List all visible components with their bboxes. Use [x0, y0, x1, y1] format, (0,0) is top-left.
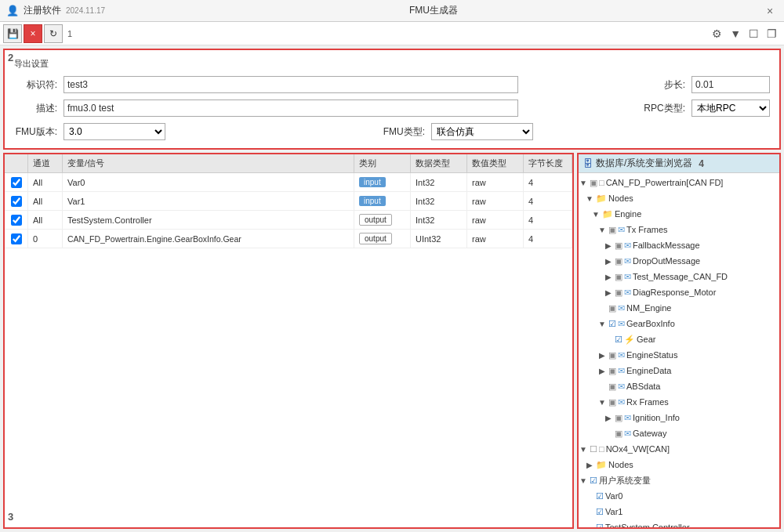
tree-item-diag[interactable]: ▶ ▣ ✉ DiagResponse_Motor	[604, 284, 779, 300]
tree-item-gateway[interactable]: ▣ ✉ Gateway	[604, 425, 779, 441]
tree-item-test-msg[interactable]: ▶ ▣ ✉ Test_Message_CAN_FD	[604, 269, 779, 284]
icon-diag-check: ▣	[615, 288, 622, 298]
db-tree: ▼ ▣ □ CAN_FD_Powertrain[CAN FD] ▼ 📁 Node…	[579, 173, 779, 527]
tree-item-dropout[interactable]: ▶ ▣ ✉ DropOutMessage	[604, 253, 779, 269]
section3-label: 3	[8, 511, 13, 523]
export-settings-title: 导出设置	[14, 58, 770, 70]
toolbar-right-actions: ⚙ ▼ ☐ ❐	[710, 26, 779, 42]
row3-category: output	[354, 230, 411, 248]
fmu-version-label: FMU版本:	[14, 125, 57, 139]
label-nox4: NOx4_VW[CAN]	[606, 444, 670, 454]
filter-icon[interactable]: ▼	[728, 26, 743, 42]
channel-panel: 3 通道 变量/信号 类别 数据类型 数值类型 字节长度 Al	[3, 153, 574, 529]
close-button[interactable]: ×	[24, 24, 42, 43]
row2-category: output	[354, 211, 411, 229]
form-row-fmu: FMU版本: 3.0 FMU类型: 联合仿真	[14, 123, 770, 140]
section4-label: 4	[699, 158, 704, 169]
tree-item-nox4[interactable]: ▼ ☐ □ NOx4_VW[CAN]	[579, 441, 779, 457]
icon-dropout: ▣	[615, 256, 622, 266]
rpc-type-select[interactable]: 本地RPC	[691, 100, 770, 117]
tree-item-nodes[interactable]: ▼ 📁 Nodes	[585, 190, 779, 206]
main-area: 导出设置 2 标识符: 步长: 描述: RPC类型: 本地RPC	[0, 45, 784, 532]
window-close-button[interactable]: ×	[762, 3, 778, 19]
step-input[interactable]	[691, 76, 770, 93]
icon-can-fd: □	[599, 178, 604, 187]
tree-item-var0[interactable]: ☑ Var0	[585, 488, 779, 504]
icon-test-msg-check: ▣	[615, 272, 622, 282]
row1-checkbox[interactable]	[11, 196, 22, 207]
icon-var1-check: ☑	[596, 507, 604, 517]
tree-item-fallback[interactable]: ▶ ▣ ✉ FallbackMessage	[604, 237, 779, 253]
row3-channel: 0	[28, 230, 63, 248]
tree-item-enginestatus[interactable]: ▶ ▣ ✉ EngineStatus	[597, 347, 779, 363]
arrow-ed: ▶	[597, 367, 607, 375]
db-title: 数据库/系统变量浏览器	[596, 157, 692, 170]
icon-var0-check: ☑	[596, 491, 604, 501]
label-diag: DiagResponse_Motor	[633, 288, 716, 297]
icon-ctrl-check: ☑	[596, 523, 604, 528]
row0-checkbox[interactable]	[11, 177, 22, 188]
arrow-es: ▶	[597, 351, 607, 360]
tree-item-nox4-nodes[interactable]: ▶ 📁 Nodes	[585, 457, 779, 472]
icon-gw-msg: ✉	[624, 429, 631, 439]
window-icon[interactable]: ☐	[746, 26, 761, 42]
tree-item-enginedata[interactable]: ▶ ▣ ✉ EngineData	[597, 363, 779, 378]
desc-input[interactable]	[64, 100, 518, 117]
row2-category-badge: output	[359, 214, 392, 226]
icon-nox4-check: ☐	[590, 444, 597, 454]
row0-bytelength: 4	[524, 173, 572, 191]
tree-item-gearboxinfo[interactable]: ▼ ☑ ✉ GearBoxInfo	[597, 316, 779, 331]
label-test-msg: Test_Message_CAN_FD	[633, 272, 728, 281]
tree-item-absdata[interactable]: ▣ ✉ ABSdata	[597, 378, 779, 394]
arrow-uv: ▼	[579, 476, 588, 485]
tree-item-nm-engine[interactable]: ▣ ✉ NM_Engine	[597, 300, 779, 316]
arrow-tx-frames: ▼	[597, 226, 607, 234]
tree-item-controller[interactable]: ☑ TestSystem.Controller	[585, 519, 779, 527]
th-bytelength: 字节长度	[524, 154, 572, 172]
row1-datatype: Int32	[411, 192, 467, 210]
row3-checkbox[interactable]	[11, 233, 22, 244]
tree-item-user-vars[interactable]: ▼ ☑ 用户系统变量	[579, 472, 779, 488]
save-button[interactable]: 💾	[3, 24, 22, 43]
identifier-input[interactable]	[64, 76, 518, 93]
row2-signal: TestSystem.Controller	[63, 211, 354, 229]
icon-engine-folder: 📁	[602, 209, 613, 219]
settings-icon[interactable]: ⚙	[710, 26, 724, 42]
label-gearboxinfo: GearBoxInfo	[626, 319, 675, 328]
label-enginedata: EngineData	[626, 366, 672, 375]
arrow-ign: ▶	[604, 414, 613, 422]
tree-item-var1[interactable]: ☑ Var1	[585, 504, 779, 519]
tree-item-can-fd-powertrain[interactable]: ▼ ▣ □ CAN_FD_Powertrain[CAN FD]	[579, 175, 779, 190]
tree-item-tx-frames[interactable]: ▼ ▣ ✉ Tx Frames	[597, 222, 779, 237]
row3-category-badge: output	[359, 233, 392, 244]
expand-icon[interactable]: ❐	[764, 26, 779, 42]
label-dropout: DropOutMessage	[633, 256, 700, 266]
title-bar: 👤 注册软件 2024.11.17 FMU生成器 ×	[0, 0, 784, 22]
window-title: FMU生成器	[409, 4, 458, 17]
arrow-gearbox: ▼	[597, 320, 607, 328]
icon-test-msg: ✉	[624, 272, 631, 282]
row2-checkbox[interactable]	[11, 215, 22, 226]
icon-abs-check: ▣	[608, 382, 616, 392]
table-body: All Var0 input Int32 raw 4 All Var1	[5, 173, 572, 527]
row1-category: input	[354, 192, 411, 210]
desc-label: 描述:	[14, 102, 57, 115]
fmu-version-select[interactable]: 3.0	[64, 123, 165, 140]
row0-datatype: Int32	[411, 173, 467, 191]
label-rx-frames: Rx Frames	[626, 397, 669, 407]
icon-nodes-folder: 📁	[596, 194, 607, 204]
label-nodes: Nodes	[608, 194, 633, 203]
label-user-vars: 用户系统变量	[599, 475, 651, 487]
tree-item-engine[interactable]: ▼ 📁 Engine	[591, 206, 779, 222]
arrow-nodes: ▼	[585, 194, 594, 203]
label-absdata: ABSdata	[626, 382, 660, 391]
table-row: All TestSystem.Controller output Int32 r…	[5, 211, 572, 230]
close-icon: ×	[30, 28, 35, 39]
tree-item-rx-frames[interactable]: ▼ ▣ ✉ Rx Frames	[597, 394, 779, 410]
fmu-type-select[interactable]: 联合仿真	[431, 123, 533, 140]
tree-item-ignition[interactable]: ▶ ▣ ✉ Ignition_Info	[604, 410, 779, 425]
refresh-button[interactable]: ↻	[44, 24, 63, 43]
tree-item-gear[interactable]: ☑ ⚡ Gear	[604, 331, 779, 347]
icon-es-msg: ✉	[618, 350, 625, 360]
icon-rx-check: ▣	[608, 397, 616, 407]
